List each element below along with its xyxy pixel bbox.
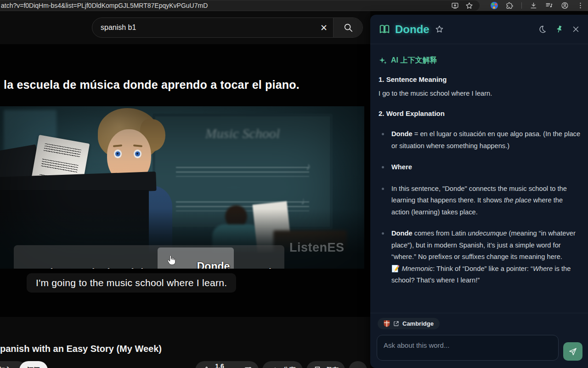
word-explanation-heading: 2. Word Explanation [379,109,582,117]
explanation-item: Donde comes from Latin undecumque (meani… [379,228,582,287]
cambridge-dictionary-button[interactable]: Cambridge [378,318,440,329]
like-dislike-group: 1.6万 [195,361,259,368]
magnifier-icon [343,23,353,33]
sentence-meaning-text: I go to the music school where I learn. [379,88,582,99]
cursor-hand-icon [167,255,176,265]
dislike-button[interactable] [237,361,260,368]
theme-moon-icon[interactable] [538,25,547,34]
menu-dots-icon[interactable] [577,2,584,10]
subscribe-button[interactable]: 订阅 [19,361,48,368]
url-bar[interactable]: atch?v=f0DiqHm-bs4&list=PLjf0DldKompGJL5… [0,0,480,11]
subtitle-es-after: aprendo [236,267,278,269]
toolbar-divider [521,2,522,9]
send-button[interactable] [563,342,582,361]
downloads-icon[interactable] [530,2,537,10]
cambridge-shield-icon [384,320,390,327]
extension-panel: Donde AI 上下文解释 1. Sentence [370,15,588,368]
subtitle-english: I'm going to the music school where I le… [27,273,236,293]
explanation-list: Donde = en el lugar o situación en que a… [379,128,582,287]
install-page-icon[interactable] [451,2,459,10]
subtitle-es-before: voy a la escuela de música [20,267,155,269]
share-arrow-icon [270,366,279,368]
search-bar[interactable]: ✕ [92,17,363,38]
memo-icon: 📝 [391,265,401,272]
extension-brand-icon[interactable] [491,2,498,9]
clear-x-icon[interactable]: ✕ [315,18,333,37]
transcript-line: la escuela de música donde aprendo a toc… [4,78,300,92]
chalk-staff: ♪ [176,167,309,181]
thumbs-down-icon [243,366,252,368]
video-player[interactable]: la escuela de música donde aprendo a toc… [0,44,370,317]
extensions-puzzle-icon[interactable] [506,2,514,10]
action-bar: 加入 订阅 1.6万 分享 [0,361,370,368]
screen: atch?v=f0DiqHm-bs4&list=PLjf0DldKompGJL5… [0,0,588,368]
like-count: 1.6万 [215,362,224,368]
bookmark-star-icon[interactable] [465,2,473,10]
youtube-area: ✕ la escuela de música donde aprendo a t… [0,11,370,368]
thumbs-up-icon [202,366,211,368]
explanation-item: Donde = en el lugar o situación en que a… [379,128,582,152]
url-text: atch?v=f0DiqHm-bs4&list=PLjf0DldKompGJL5… [0,2,451,9]
explanation-item: In this sentence, "Donde" connects the m… [379,183,582,218]
paper-plane-icon [568,347,577,356]
browser-topbar: atch?v=f0DiqHm-bs4&list=PLjf0DldKompGJL5… [0,0,588,11]
subtitle-word-donde[interactable]: Donde [158,247,234,269]
close-icon[interactable] [572,25,580,33]
external-link-icon [393,321,399,327]
save-button[interactable]: 保存 [306,361,345,368]
book-icon [379,23,390,35]
subtitle-spanish: voy a la escuela de música Donde aprendo [14,245,284,269]
search-input[interactable] [92,23,315,32]
video-frame[interactable]: Music School ♪ ♩ [0,106,364,269]
panel-content: AI 上下文解释 1. Sentence Meaning I go to the… [370,45,588,313]
panel-footer: Cambridge [370,313,588,368]
profile-icon[interactable] [561,2,569,10]
youtube-masthead: ✕ [0,11,370,44]
favorite-star-icon[interactable] [435,25,444,34]
panel-word-title: Donde [395,23,430,36]
more-actions-button[interactable]: ••• [349,361,367,368]
share-button[interactable]: 分享 [262,361,303,368]
panel-header: Donde [370,15,588,44]
sentence-meaning-heading: 1. Sentence Meaning [379,75,582,83]
pin-icon[interactable] [555,25,564,34]
search-button[interactable] [333,17,362,38]
like-button[interactable]: 1.6万 [194,361,229,368]
sparkles-icon [379,56,387,65]
ai-section-header: AI 上下文解释 [379,56,582,65]
explanation-item: Where [379,161,582,173]
channel-watermark: ListenES [289,241,345,255]
media-queue-icon[interactable] [545,2,553,10]
bookmark-icon [313,366,322,368]
video-title: panish with an Easy Story (My Week) [0,344,162,354]
ask-word-input[interactable] [377,335,559,361]
